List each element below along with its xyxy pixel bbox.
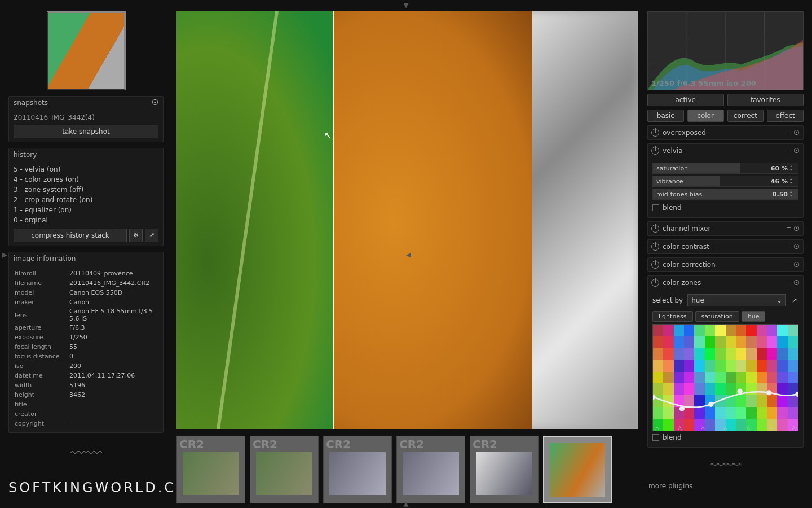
format-badge: CR2 [399,437,424,451]
midtones-slider[interactable]: mid-tones bias 0.50 ▴▾ [652,189,798,200]
flourish-icon: 〰︎〰︎ [8,444,164,463]
info-row: filmroll20110409_provence [15,269,157,278]
info-row: iso200 [15,362,157,370]
tab-correct[interactable]: correct [727,110,764,122]
histogram[interactable]: 1/250 f/6.3 55mm iso 200 [647,11,804,90]
module-title[interactable]: color correction [663,261,783,269]
history-item[interactable]: 0 - orginal [14,215,158,225]
main-canvas[interactable]: ↖ [176,11,638,429]
tab-favorites[interactable]: favorites [727,94,804,106]
tab-active[interactable]: active [647,94,724,106]
power-icon[interactable] [651,279,659,287]
module-title[interactable]: color zones [663,279,783,287]
menu-icon[interactable]: ≡ [786,129,791,137]
info-row: focus distance0 [15,352,157,361]
filmstrip[interactable]: CR2CR2CR2CR2CR2CR2 [176,436,638,503]
filmstrip-item[interactable]: CR2 [470,436,539,503]
snapshot-name[interactable]: 20110416_IMG_3442(4) [14,112,158,125]
history-item[interactable]: 5 - velvia (on) [14,164,158,174]
info-row: apertureF/6.3 [15,323,157,332]
image-information-title: image information [14,255,76,262]
menu-icon[interactable]: ≡ [786,147,791,155]
flourish-icon: 〰︎〰︎ [647,457,804,475]
thumb-image [183,452,239,495]
tab-effect[interactable]: effect [767,110,804,122]
more-plugins-link[interactable]: more plugins [647,479,804,493]
reset-icon[interactable]: ⦿ [793,129,800,137]
filmstrip-item[interactable]: CR2 [176,436,245,503]
module-overexposed: overexposed ≡⦿ [647,125,804,140]
cursor-icon: ↖ [324,130,332,141]
menu-icon[interactable]: ≡ [786,225,791,233]
module-color-zones: color zones ≡⦿ select by hue ⌄ ↗ lightne… [647,275,804,448]
tab-basic[interactable]: basic [647,110,684,122]
filmstrip-item[interactable]: CR2 [323,436,392,503]
hue-grid[interactable]: △△△△△△△ [652,324,798,431]
blend-checkbox[interactable]: blend [652,431,798,444]
filmstrip-item[interactable]: CR2 [543,436,612,503]
history-item[interactable]: 1 - equalizer (on) [14,205,158,215]
history-panel: history 5 - velvia (on)4 - color zones (… [8,148,164,246]
chevron-left-icon[interactable]: ◂ [406,248,810,260]
subtab-lightness[interactable]: lightness [652,311,693,322]
module-channel-mixer: channel mixer ≡⦿ [647,221,804,236]
histogram-meta: 1/250 f/6.3 55mm iso 200 [651,79,756,87]
compress-history-button[interactable]: compress history stack [14,229,127,242]
reset-icon[interactable]: ⦿ [793,225,800,233]
subtab-saturation[interactable]: saturation [695,311,739,322]
history-title: history [14,151,37,159]
info-row: creator [15,410,157,418]
reset-icon[interactable]: ⦿ [152,99,158,107]
thumb-image [403,452,459,495]
format-badge: CR2 [179,437,204,451]
format-badge: CR2 [253,437,277,451]
module-title[interactable]: channel mixer [663,225,783,233]
chevron-up-icon[interactable]: ▴ [403,497,408,508]
thumb-image [550,443,605,497]
module-title[interactable]: velvia [663,147,783,155]
info-row: copyright- [15,419,157,428]
history-item[interactable]: 3 - zone system (off) [14,185,158,195]
module-title[interactable]: overexposed [663,129,783,137]
info-row: focal length55 [15,343,157,351]
image-information-panel: image information filmroll20110409_prove… [8,252,164,433]
navigator-thumbnail[interactable] [47,11,126,90]
thumb-image [256,452,312,495]
snapshots-panel: snapshots ⦿ 20110416_IMG_3442(4) take sn… [8,96,164,142]
tab-color[interactable]: color [687,110,724,122]
history-style-icon[interactable]: ✻ [129,229,143,242]
navigator-image [48,13,124,89]
thumb-image [476,452,532,495]
info-row: lensCanon EF-S 18-55mm f/3.5-5.6 IS [15,308,157,322]
take-snapshot-button[interactable]: take snapshot [14,125,158,138]
compare-split-line[interactable] [333,11,334,429]
saturation-slider[interactable]: saturation 60 % ▴▾ [652,163,798,174]
filmstrip-item[interactable]: CR2 [250,436,319,503]
history-item[interactable]: 4 - color zones (on) [14,174,158,185]
chevron-right-icon[interactable]: ▸ [2,248,7,260]
select-by-dropdown[interactable]: hue ⌄ [687,294,786,306]
power-icon[interactable] [651,225,659,233]
menu-icon[interactable]: ≡ [786,279,791,287]
blend-checkbox[interactable]: blend [652,202,798,214]
info-row: height3462 [15,391,157,399]
subtab-hue[interactable]: hue [742,311,766,322]
module-velvia: velvia ≡⦿ saturation 60 % ▴▾ vibrance 46… [647,143,804,218]
reset-icon[interactable]: ⦿ [793,261,800,269]
history-expand-icon[interactable]: ⤢ [145,229,158,242]
menu-icon[interactable]: ≡ [786,261,791,269]
power-icon[interactable] [651,147,659,155]
chevron-down-icon[interactable]: ▾ [403,0,408,11]
picker-icon[interactable]: ↗ [791,296,798,304]
reset-icon[interactable]: ⦿ [793,279,800,287]
reset-icon[interactable]: ⦿ [793,147,800,155]
info-row: exposure1/250 [15,333,157,341]
power-icon[interactable] [651,261,659,269]
info-row: modelCanon EOS 550D [15,288,157,297]
power-icon[interactable] [651,129,659,137]
format-badge: CR2 [326,437,351,451]
vibrance-slider[interactable]: vibrance 46 % ▴▾ [652,176,798,187]
info-row: title- [15,400,157,409]
filmstrip-item[interactable]: CR2 [396,436,465,503]
history-item[interactable]: 2 - crop and rotate (on) [14,195,158,205]
